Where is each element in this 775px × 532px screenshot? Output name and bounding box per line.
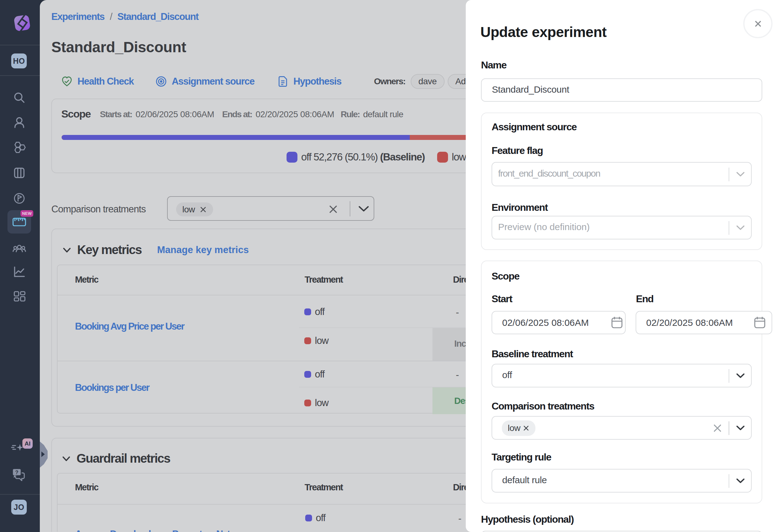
svg-text:?: ? bbox=[15, 470, 18, 475]
